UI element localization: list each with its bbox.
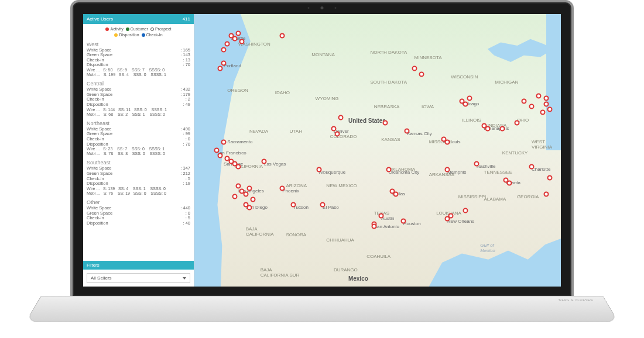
map-marker[interactable]: [236, 30, 241, 36]
map-marker[interactable]: [444, 140, 450, 145]
map-marker[interactable]: [221, 47, 227, 52]
region-block: CentralWhite Space: 432Green Space: 179C…: [87, 80, 190, 117]
region-stat-row: Disposition: 40: [87, 221, 190, 226]
state-label: CHIHUAHUA: [326, 237, 354, 243]
map-marker[interactable]: [214, 148, 219, 153]
map-marker[interactable]: [463, 101, 468, 106]
state-label: WISCONSIN: [451, 74, 478, 80]
stat-value: : 40: [183, 221, 190, 226]
screen-bezel: Active Users 411 Activity Customer Prosp…: [70, 0, 574, 298]
stat-label: Disposition: [87, 63, 108, 68]
map-marker[interactable]: [251, 196, 256, 202]
map-marker[interactable]: [543, 96, 549, 101]
region-block: OtherWhite Space: 440Green Space: 0Check…: [87, 198, 190, 226]
map-marker[interactable]: [536, 93, 542, 98]
state-label: SONORA: [286, 232, 307, 237]
map-marker[interactable]: [540, 109, 545, 115]
legend-activity: Activity: [110, 27, 123, 31]
map-marker[interactable]: [232, 194, 237, 199]
map-marker[interactable]: [514, 120, 519, 126]
keyboard-deck: BANG & OLUFSEN: [25, 296, 619, 322]
state-label: NEVADA: [249, 129, 268, 134]
map-view[interactable]: United States Mexico Gulf of Mexico WASH…: [194, 14, 561, 287]
map-marker[interactable]: [232, 36, 237, 41]
map-marker[interactable]: [499, 126, 505, 131]
map-marker[interactable]: [371, 224, 376, 229]
map-marker[interactable]: [239, 39, 245, 44]
stat-label: Disposition: [87, 102, 108, 108]
active-users-label: Active Users: [87, 16, 113, 22]
map-marker[interactable]: [280, 33, 285, 39]
map-marker[interactable]: [217, 66, 222, 71]
city-label: Memphis: [447, 170, 466, 175]
city-label: Portland: [224, 63, 241, 68]
map-marker[interactable]: [405, 129, 410, 134]
country-label: United States: [348, 118, 386, 124]
map-marker[interactable]: [379, 213, 384, 218]
state-label: IOWA: [422, 104, 434, 109]
map-marker[interactable]: [261, 158, 266, 164]
state-label: IDAHO: [275, 90, 290, 95]
state-label: MICHIGAN: [495, 80, 518, 85]
map-marker[interactable]: [338, 115, 344, 120]
state-label: DURANGO: [334, 267, 358, 273]
map-marker[interactable]: [316, 167, 321, 172]
region-detail-row: Wire ... S: 144 SS: 11 SSS: 0 SSSS: 1: [87, 108, 190, 112]
map-marker[interactable]: [547, 107, 553, 112]
seller-filter-select[interactable]: All Sellers: [87, 273, 190, 283]
map-marker[interactable]: [448, 213, 454, 218]
region-detail-row: Wire ... S: 23 SS: 7 SSS: 0 SSSS: 1: [87, 147, 190, 151]
map-marker[interactable]: [382, 120, 388, 126]
map-marker[interactable]: [221, 60, 227, 65]
map-marker[interactable]: [412, 66, 417, 71]
map-marker[interactable]: [543, 191, 549, 196]
map-marker[interactable]: [507, 180, 512, 185]
map-marker[interactable]: [547, 175, 553, 180]
great-lakes: [488, 36, 554, 68]
map-marker[interactable]: [246, 205, 252, 210]
map-marker[interactable]: [485, 126, 490, 131]
map-marker[interactable]: [474, 161, 479, 167]
gulf-label: Gulf of Mexico: [480, 243, 495, 253]
dot-disposition-icon: [114, 33, 118, 37]
map-marker[interactable]: [386, 167, 391, 172]
map-marker[interactable]: [243, 191, 248, 196]
region-stat-row: Disposition: 70: [87, 63, 190, 68]
map-marker[interactable]: [246, 186, 252, 191]
map-marker[interactable]: [236, 183, 241, 188]
map-marker[interactable]: [419, 71, 424, 77]
map-marker[interactable]: [529, 104, 534, 109]
state-label: MONTANA: [311, 52, 334, 57]
map-marker[interactable]: [529, 164, 534, 169]
map-marker[interactable]: [320, 202, 326, 208]
map-marker[interactable]: [444, 167, 450, 172]
map-marker[interactable]: [221, 140, 227, 145]
city-label: Oklahoma City: [389, 170, 419, 175]
city-label: New Orleans: [447, 219, 474, 224]
state-label: MINNESOTA: [415, 55, 442, 60]
stat-value: : 19: [183, 181, 190, 187]
stat-value: : 70: [183, 63, 190, 68]
map-marker[interactable]: [236, 164, 241, 169]
city-label: Las Vegas: [264, 161, 286, 167]
map-marker[interactable]: [522, 99, 527, 104]
map-marker[interactable]: [217, 153, 222, 158]
map-marker[interactable]: [463, 208, 468, 213]
map-marker[interactable]: [393, 191, 399, 196]
map-marker[interactable]: [335, 132, 340, 137]
map-marker[interactable]: [543, 101, 549, 106]
app-screen: Active Users 411 Activity Customer Prosp…: [83, 14, 561, 287]
map-marker[interactable]: [400, 219, 406, 224]
map-marker[interactable]: [280, 186, 285, 191]
map-marker[interactable]: [291, 202, 296, 208]
webcam-icon: [321, 6, 324, 9]
laptop-frame: Active Users 411 Activity Customer Prosp…: [70, 0, 574, 327]
map-marker[interactable]: [331, 126, 336, 131]
ocean-atlantic: [546, 14, 561, 150]
state-label: NORTH DAKOTA: [370, 50, 407, 55]
city-label: Sacramento: [227, 139, 252, 144]
map-marker[interactable]: [225, 42, 230, 47]
map-marker[interactable]: [467, 96, 472, 101]
region-detail-row: Mobi ... S: 78 SS: 8 SSS: 0 SSSS: 0: [87, 151, 190, 156]
state-label: ALABAMA: [484, 196, 506, 202]
